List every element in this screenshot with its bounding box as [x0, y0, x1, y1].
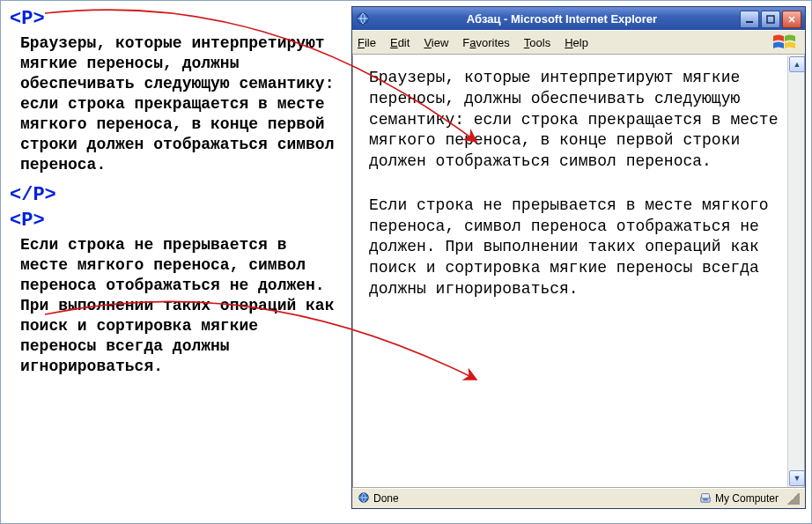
menu-help[interactable]: Help	[565, 36, 588, 49]
p-close-tag-1: </P>	[10, 184, 336, 206]
rendered-paragraph-2: Если строка не прерывается в месте мягко…	[369, 196, 779, 300]
ie-app-icon	[356, 11, 370, 26]
windows-flag-icon	[770, 33, 800, 52]
menu-favorites[interactable]: Favorites	[462, 36, 509, 49]
page-status-icon	[358, 491, 370, 506]
p-open-tag-2: <P>	[10, 210, 336, 232]
source-code-pane: <P> Браузеры, которые интерпретируют мяг…	[1, 1, 344, 395]
scroll-down-button[interactable]: ▼	[789, 470, 805, 486]
rendered-paragraph-1: Браузеры, которые интерпретируют мягкие …	[369, 68, 779, 173]
security-zone-icon	[699, 491, 712, 506]
source-paragraph-1: Браузеры, которые интерпретируют мягкие …	[10, 33, 336, 175]
vertical-scrollbar[interactable]: ▲ ▼	[787, 55, 804, 487]
close-button[interactable]	[782, 11, 801, 28]
browser-viewport: Браузеры, которые интерпретируют мягкие …	[352, 55, 805, 488]
resize-grip-icon[interactable]	[787, 492, 800, 505]
security-zone-text: My Computer	[715, 492, 779, 505]
menu-edit[interactable]: Edit	[390, 36, 410, 49]
p-open-tag-1: <P>	[10, 8, 336, 30]
menubar: File Edit View Favorites Tools Help	[352, 30, 805, 55]
ie-window: Абзац - Microsoft Internet Explorer File…	[351, 6, 806, 509]
svg-rect-6	[703, 498, 707, 500]
scroll-up-button[interactable]: ▲	[789, 56, 805, 72]
minimize-button[interactable]	[740, 11, 759, 28]
menu-tools[interactable]: Tools	[524, 36, 550, 49]
menu-view[interactable]: View	[424, 36, 448, 49]
titlebar[interactable]: Абзац - Microsoft Internet Explorer	[352, 7, 805, 30]
menu-file[interactable]: File	[358, 36, 376, 49]
page-content: Браузеры, которые интерпретируют мягкие …	[353, 55, 788, 487]
window-title: Абзац - Microsoft Internet Explorer	[375, 12, 801, 26]
svg-rect-5	[702, 493, 710, 498]
maximize-button[interactable]	[761, 11, 780, 28]
statusbar: Done My Computer	[352, 488, 805, 508]
svg-rect-2	[767, 16, 774, 23]
svg-rect-1	[746, 21, 753, 23]
source-paragraph-2: Если строка не прерывается в месте мягко…	[10, 235, 336, 377]
status-text: Done	[373, 492, 399, 505]
